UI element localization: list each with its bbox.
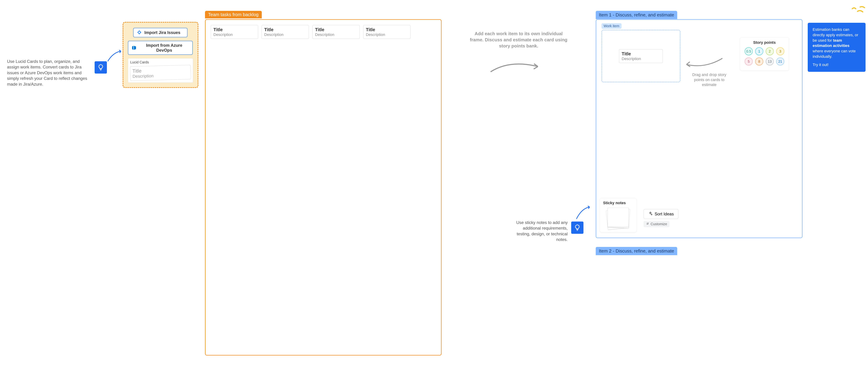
callout-text-2: where everyone can vote individually.	[813, 49, 856, 59]
story-points-title: Story points	[744, 40, 785, 45]
sparkle-icon	[648, 211, 652, 216]
customize-button[interactable]: Customize	[644, 221, 670, 227]
item-frame-1[interactable]: Work item Title Description Drag and dro…	[596, 19, 803, 238]
card-title: Title	[264, 27, 306, 32]
story-point-chip[interactable]: 21	[776, 58, 784, 66]
lucid-card-panel: Lucid Cards Title Description	[128, 58, 193, 83]
sticky-stack[interactable]	[606, 207, 630, 230]
import-azure-label: Import from Azure DevOps	[139, 43, 189, 53]
arrow-icon	[684, 55, 724, 72]
item-frame-tab[interactable]: Item 2 - Discuss, refine, and estimate	[596, 247, 677, 255]
import-panel: Import Jira Issues Import from Azure Dev…	[123, 22, 198, 88]
import-azure-button[interactable]: Import from Azure DevOps	[128, 41, 193, 55]
lightbulb-icon	[571, 222, 584, 234]
task-card[interactable]: Title Description	[312, 25, 360, 39]
import-jira-label: Import Jira Issues	[144, 30, 180, 35]
story-point-chip[interactable]: 1	[755, 47, 763, 55]
lucid-card-sample[interactable]: Title Description	[130, 65, 191, 81]
backlog-card-grid: Title Description Title Description Titl…	[211, 25, 436, 39]
backlog-frame[interactable]: Title Description Title Description Titl…	[205, 19, 441, 355]
sticky-notes-panel: Sticky notes	[600, 198, 637, 232]
work-item-card[interactable]: Title Description	[619, 49, 663, 63]
item-frame-tab[interactable]: Item 1 - Discuss, refine, and estimate	[596, 11, 677, 19]
story-point-chip[interactable]: 8	[755, 58, 763, 66]
estimation-callout: Estimation banks can directly apply esti…	[808, 23, 866, 72]
card-description: Description	[315, 32, 357, 37]
card-description: Description	[366, 32, 408, 37]
lightbulb-icon	[95, 61, 107, 73]
import-jira-button[interactable]: Import Jira Issues	[133, 28, 187, 37]
task-card[interactable]: Title Description	[211, 25, 258, 39]
jira-icon	[137, 30, 142, 35]
sliders-icon	[646, 222, 649, 226]
task-card[interactable]: Title Description	[363, 25, 410, 39]
work-item-dropzone[interactable]: Title Description	[601, 30, 680, 82]
lucid-cards-tip-text: Use Lucid Cards to plan, organize, and a…	[7, 59, 89, 87]
card-title: Title	[213, 27, 255, 32]
arrow-icon	[575, 205, 592, 221]
story-point-chip[interactable]: 3	[776, 47, 784, 55]
sort-ideas-label: Sort Ideas	[655, 211, 674, 216]
azure-icon	[131, 45, 137, 50]
svg-point-0	[648, 223, 648, 224]
sticky-notes-title: Sticky notes	[603, 201, 633, 205]
center-tip-text: Add each work item to its own individual…	[470, 31, 568, 49]
card-title: Title	[315, 27, 357, 32]
card-description: Description	[264, 32, 306, 37]
story-point-chip[interactable]: 2	[766, 47, 774, 55]
sort-ideas-button[interactable]: Sort Ideas	[644, 209, 678, 219]
card-description: Description	[213, 32, 255, 37]
customize-label: Customize	[651, 222, 667, 226]
drag-help-text: Drag and drop story points on cards to e…	[689, 72, 730, 88]
card-description: Description	[622, 57, 660, 61]
svg-point-1	[647, 224, 648, 225]
backlog-frame-tab[interactable]: Team tasks from backlog	[205, 11, 262, 19]
story-point-chip[interactable]: 0.5	[745, 47, 753, 55]
task-card[interactable]: Title Description	[261, 25, 309, 39]
lucid-cards-label: Lucid Cards	[130, 60, 191, 64]
story-points-panel: Story points 0.5123 581321	[740, 37, 789, 71]
callout-try: Try it out!	[813, 62, 861, 68]
decorative-strokes-icon	[850, 5, 866, 18]
card-title: Title	[366, 27, 408, 32]
story-point-chip[interactable]: 13	[766, 58, 774, 66]
arrow-icon	[106, 49, 124, 63]
work-item-label: Work item	[601, 23, 621, 29]
arrow-icon	[489, 58, 541, 79]
story-point-chip[interactable]: 5	[745, 58, 753, 66]
card-title: Title	[622, 51, 660, 57]
sticky-tip-text: Use sticky notes to add any additional r…	[512, 220, 568, 242]
